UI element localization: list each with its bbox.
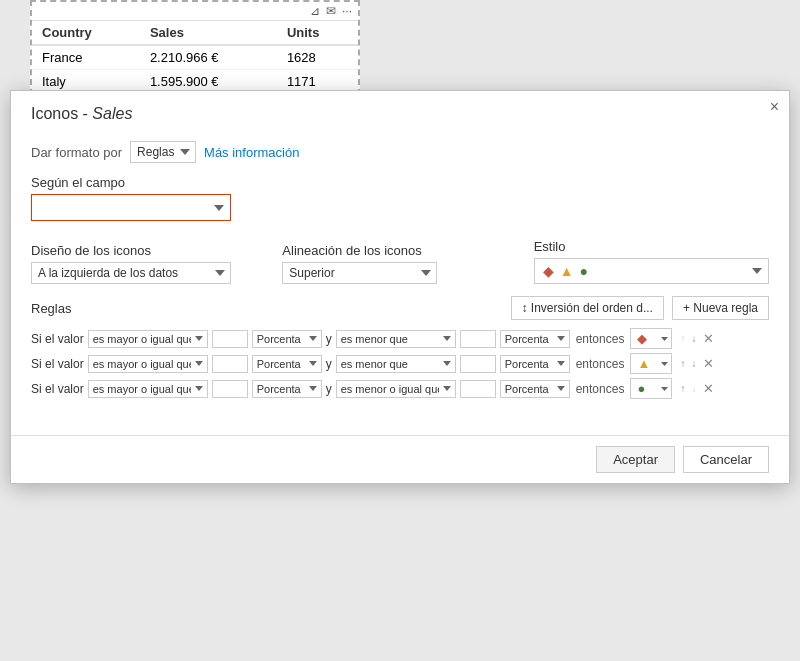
design-section: Diseño de los iconos A la izquierda de l… xyxy=(31,239,266,284)
title-prefix: Iconos - xyxy=(31,105,92,122)
rule3-unit2-select[interactable]: Porcenta xyxy=(500,380,570,398)
dialog-body: Dar formato por Reglas Más información S… xyxy=(11,133,789,431)
rules-header: Reglas ↕ Inversión del orden d... + Nuev… xyxy=(31,296,769,320)
triangle-icon: ▲ xyxy=(560,263,574,279)
email-icon[interactable]: ✉ xyxy=(326,4,336,18)
alignment-label: Alineación de los iconos xyxy=(282,243,517,258)
rule-row-3: Si el valor es mayor o igual que 67 Porc… xyxy=(31,378,769,399)
close-button[interactable]: × xyxy=(770,99,779,115)
aceptar-button[interactable]: Aceptar xyxy=(596,446,675,473)
rule3-cond2-select[interactable]: es menor o igual que xyxy=(336,380,456,398)
rule2-icon-btn[interactable]: ▲ xyxy=(630,353,672,374)
rule2-down-btn[interactable]: ↓ xyxy=(689,357,698,370)
rule1-cond2-select[interactable]: es menor que xyxy=(336,330,456,348)
rule1-cond1-select[interactable]: es mayor o igual que xyxy=(88,330,208,348)
alignment-section: Alineación de los iconos Superior xyxy=(282,239,517,284)
rule2-unit1-select[interactable]: Porcenta xyxy=(252,355,322,373)
more-icon[interactable]: ··· xyxy=(342,4,352,18)
rule2-del-btn[interactable]: ✕ xyxy=(700,355,717,372)
rule1-val2-input[interactable]: 33 xyxy=(460,330,496,348)
col-sales: Sales xyxy=(140,21,277,45)
cell-sales: 2.210.966 € xyxy=(140,45,277,70)
campo-select-wrap xyxy=(31,194,231,221)
cancelar-button[interactable]: Cancelar xyxy=(683,446,769,473)
rules-container: Si el valor es mayor o igual que 0 Porce… xyxy=(31,328,769,399)
rule3-up-btn[interactable]: ↑ xyxy=(678,382,687,395)
estilo-label: Estilo xyxy=(534,239,769,254)
circle-icon: ● xyxy=(580,263,588,279)
rule3-icon-btn[interactable]: ● xyxy=(630,378,672,399)
rule1-icon-btn[interactable]: ◆ xyxy=(630,328,672,349)
rule2-conj: y xyxy=(326,357,332,371)
dialog-title: Iconos - Sales xyxy=(11,91,789,133)
col-country: Country xyxy=(32,21,140,45)
rule2-icon: ▲ xyxy=(637,356,650,371)
title-italic: Sales xyxy=(92,105,132,122)
rule2-unit2-select[interactable]: Porcenta xyxy=(500,355,570,373)
rule1-down-btn[interactable]: ↓ xyxy=(689,332,698,345)
rule-row-2: Si el valor es mayor o igual que 33 Porc… xyxy=(31,353,769,374)
format-row: Dar formato por Reglas Más información xyxy=(31,141,769,163)
rule3-unit1-select[interactable]: Porcenta xyxy=(252,380,322,398)
estilo-select[interactable]: ◆ ▲ ● xyxy=(534,258,769,284)
rule1-del-btn[interactable]: ✕ xyxy=(700,330,717,347)
dialog-footer: Aceptar Cancelar xyxy=(11,435,789,483)
data-table: Country Sales Units France 2.210.966 € 1… xyxy=(32,21,358,94)
rule2-prefix: Si el valor xyxy=(31,357,84,371)
rule2-val2-input[interactable]: 67 xyxy=(460,355,496,373)
rule1-conj: y xyxy=(326,332,332,346)
rule3-val1-input[interactable]: 67 xyxy=(212,380,248,398)
rule1-entonces: entonces xyxy=(576,332,625,346)
rule1-icon: ◆ xyxy=(637,331,647,346)
rule3-down-btn[interactable]: ↓ xyxy=(689,382,698,395)
iconos-dialog: × Iconos - Sales Dar formato por Reglas … xyxy=(10,90,790,484)
rule2-up-btn[interactable]: ↑ xyxy=(678,357,687,370)
diamond-icon: ◆ xyxy=(543,263,554,279)
three-col-section: Diseño de los iconos A la izquierda de l… xyxy=(31,235,769,284)
rule3-icon: ● xyxy=(637,381,645,396)
widget-toolbar: ⊿ ✉ ··· xyxy=(32,2,358,21)
cell-units: 1628 xyxy=(277,45,358,70)
background-table-widget: ⊿ ✉ ··· Country Sales Units France 2.210… xyxy=(30,0,360,95)
rule3-cond1-select[interactable]: es mayor o igual que xyxy=(88,380,208,398)
rule3-del-btn[interactable]: ✕ xyxy=(700,380,717,397)
rule-row-1: Si el valor es mayor o igual que 0 Porce… xyxy=(31,328,769,349)
rule2-cond1-select[interactable]: es mayor o igual que xyxy=(88,355,208,373)
format-label: Dar formato por xyxy=(31,145,122,160)
rule3-val2-input[interactable]: 100 xyxy=(460,380,496,398)
nueva-regla-button[interactable]: + Nueva regla xyxy=(672,296,769,320)
campo-select[interactable] xyxy=(31,194,231,221)
filter-icon[interactable]: ⊿ xyxy=(310,4,320,18)
rule1-prefix: Si el valor xyxy=(31,332,84,346)
campo-section-label: Según el campo xyxy=(31,175,769,190)
format-select[interactable]: Reglas xyxy=(130,141,196,163)
col-units: Units xyxy=(277,21,358,45)
rule1-val1-input[interactable]: 0 xyxy=(212,330,248,348)
rule3-arrows: ↑ ↓ ✕ xyxy=(678,380,717,397)
rule1-up-btn[interactable]: ↑ xyxy=(678,332,687,345)
design-select[interactable]: A la izquierda de los datos xyxy=(31,262,231,284)
design-label: Diseño de los iconos xyxy=(31,243,266,258)
inversion-button[interactable]: ↕ Inversión del orden d... xyxy=(511,296,664,320)
estilo-section: Estilo ◆ ▲ ● xyxy=(534,235,769,284)
rule3-prefix: Si el valor xyxy=(31,382,84,396)
rule1-unit2-select[interactable]: Porcenta xyxy=(500,330,570,348)
rule2-arrows: ↑ ↓ ✕ xyxy=(678,355,717,372)
more-info-link[interactable]: Más información xyxy=(204,145,299,160)
table-row: France 2.210.966 € 1628 xyxy=(32,45,358,70)
rule3-conj: y xyxy=(326,382,332,396)
rule2-cond2-select[interactable]: es menor que xyxy=(336,355,456,373)
rule3-entonces: entonces xyxy=(576,382,625,396)
alignment-select[interactable]: Superior xyxy=(282,262,437,284)
rule2-val1-input[interactable]: 33 xyxy=(212,355,248,373)
rule1-unit1-select[interactable]: Porcenta xyxy=(252,330,322,348)
rule1-arrows: ↑ ↓ ✕ xyxy=(678,330,717,347)
cell-country: France xyxy=(32,45,140,70)
rules-label: Reglas xyxy=(31,301,71,316)
rule2-entonces: entonces xyxy=(576,357,625,371)
